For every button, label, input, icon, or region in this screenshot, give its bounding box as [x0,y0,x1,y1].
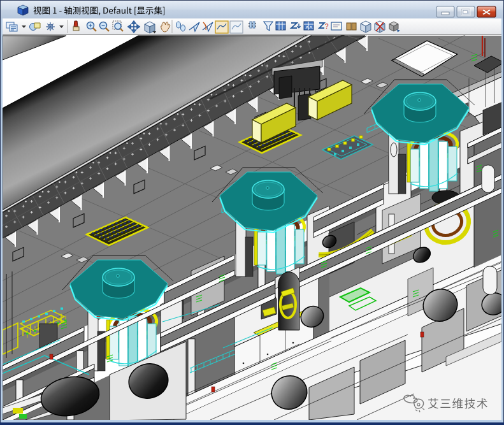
svg-text:?: ? [325,23,329,30]
